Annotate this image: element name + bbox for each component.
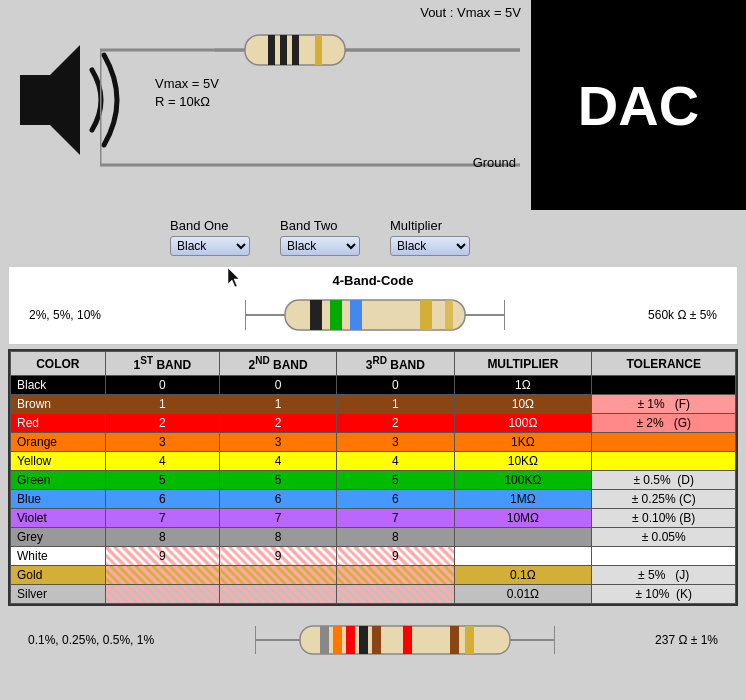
- band-selector-row: Band One Black Brown Red Orange Yellow G…: [0, 210, 746, 262]
- svg-rect-18: [330, 300, 342, 330]
- svg-rect-27: [320, 626, 329, 654]
- color-table-wrapper: COLOR 1ST BAND 2ND BAND 3RD BAND MULTIPL…: [8, 349, 738, 606]
- ground-label: Ground: [473, 155, 516, 170]
- table-row: Green 5 5 5 100KΩ ± 0.5% (D): [11, 471, 736, 490]
- multiplier-label: Multiplier: [390, 218, 442, 233]
- col-b3: 3RD BAND: [337, 352, 454, 376]
- bottom-right-label: 237 Ω ± 1%: [655, 633, 718, 647]
- svg-rect-31: [372, 626, 381, 654]
- table-row: Red 2 2 2 100Ω ± 2% (G): [11, 414, 736, 433]
- table-row: Blue 6 6 6 1MΩ ± 0.25% (C): [11, 490, 736, 509]
- band-two-label: Band Two: [280, 218, 338, 233]
- resistor-diagram-section: 4-Band-Code 2%, 5%, 10% 560k Ω ± 5%: [8, 266, 738, 345]
- svg-rect-33: [450, 626, 459, 654]
- svg-rect-34: [465, 626, 474, 654]
- svg-rect-9: [315, 35, 322, 65]
- col-b1: 1ST BAND: [105, 352, 219, 376]
- svg-marker-0: [20, 45, 80, 155]
- band-code-title: 4-Band-Code: [19, 273, 727, 288]
- col-mult: MULTIPLIER: [454, 352, 592, 376]
- band-one-group: Band One Black Brown Red Orange Yellow G…: [170, 218, 250, 256]
- table-row: Violet 7 7 7 10MΩ ± 0.10% (B): [11, 509, 736, 528]
- bottom-resistor-svg: [255, 618, 555, 662]
- vout-label: Vout : Vmax = 5V: [420, 5, 521, 20]
- diagram-right-label: 560k Ω ± 5%: [648, 308, 717, 322]
- circuit-diagram: Vout : Vmax = 5V Vmax = 5V R = 10kΩ Grou…: [0, 0, 746, 210]
- table-row: White 9 9 9: [11, 547, 736, 566]
- svg-rect-6: [268, 35, 275, 65]
- table-row: Brown 1 1 1 10Ω ± 1% (F): [11, 395, 736, 414]
- table-row: Orange 3 3 3 1KΩ: [11, 433, 736, 452]
- svg-rect-8: [292, 35, 299, 65]
- band-one-label: Band One: [170, 218, 229, 233]
- table-row: Gold 0.1Ω ± 5% (J): [11, 566, 736, 585]
- svg-rect-19: [350, 300, 362, 330]
- col-b2: 2ND BAND: [220, 352, 337, 376]
- svg-rect-28: [333, 626, 342, 654]
- resistor-svg: [245, 290, 505, 340]
- table-row: Grey 8 8 8 ± 0.05%: [11, 528, 736, 547]
- svg-rect-32: [403, 626, 412, 654]
- svg-rect-29: [346, 626, 355, 654]
- dac-label: DAC: [578, 73, 699, 138]
- diagram-left-label: 2%, 5%, 10%: [29, 308, 101, 322]
- table-row: Black 0 0 0 1Ω: [11, 376, 736, 395]
- table-row: Yellow 4 4 4 10KΩ: [11, 452, 736, 471]
- bottom-left-label: 0.1%, 0.25%, 0.5%, 1%: [28, 633, 154, 647]
- multiplier-group: Multiplier Black Brown Red: [390, 218, 470, 256]
- band-one-select[interactable]: Black Brown Red Orange Yellow Green Blue…: [170, 236, 250, 256]
- svg-rect-17: [310, 300, 322, 330]
- col-color: COLOR: [11, 352, 106, 376]
- svg-rect-21: [445, 300, 453, 330]
- bottom-section: 0.1%, 0.25%, 0.5%, 1% 237 Ω ± 1%: [8, 610, 738, 670]
- table-row: Silver 0.01Ω ± 10% (K): [11, 585, 736, 604]
- svg-rect-7: [280, 35, 287, 65]
- svg-rect-30: [359, 626, 368, 654]
- band-two-select[interactable]: Black Brown Red: [280, 236, 360, 256]
- svg-marker-11: [228, 268, 239, 287]
- color-table: COLOR 1ST BAND 2ND BAND 3RD BAND MULTIPL…: [10, 351, 736, 604]
- band-two-group: Band Two Black Brown Red: [280, 218, 360, 256]
- svg-rect-20: [420, 300, 432, 330]
- vmax-label: Vmax = 5V R = 10kΩ: [155, 75, 219, 111]
- cursor-arrow: [228, 268, 244, 288]
- dac-box: DAC: [531, 0, 746, 210]
- multiplier-select[interactable]: Black Brown Red: [390, 236, 470, 256]
- col-tol: TOLERANCE: [592, 352, 736, 376]
- resistor-diagram-row: 2%, 5%, 10% 560k Ω ± 5%: [19, 290, 727, 340]
